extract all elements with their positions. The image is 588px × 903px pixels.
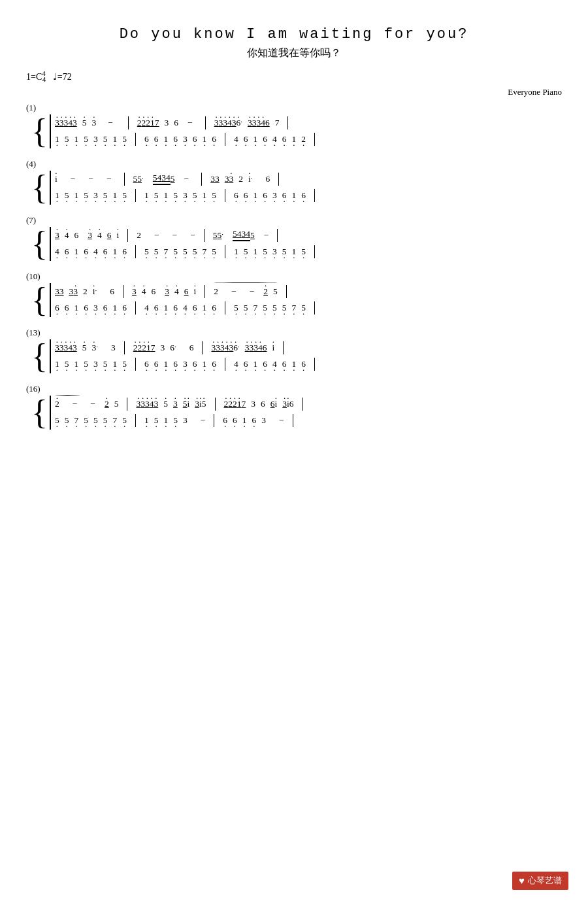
treble-row-1: 33343 5 3 − 22217 3: [55, 114, 562, 131]
section-number-7: (7): [26, 215, 562, 226]
logo-text: 心琴艺谱: [528, 875, 562, 887]
bass-row-7: 4 6 1 6 4 6 1 6 5 5 7: [55, 243, 562, 260]
bass-row-10: 6 6 1 6 3 6 1 6 4 6 1: [55, 299, 562, 316]
logo-heart-icon: ♥: [519, 876, 525, 887]
section-number-13: (13): [26, 328, 562, 338]
section-1: (1) { 33343 5 3 −: [26, 103, 562, 148]
section-13: (13) { 33343 5 3· 3: [26, 328, 562, 373]
subtitle: 你知道我在等你吗？: [26, 46, 562, 60]
section-number-4: (4): [26, 159, 562, 169]
bass-row-13: 1 5 1 5 3 5 1 5 6 6 1: [55, 356, 562, 372]
treble-row-13: 33343 5 3· 3 22217 3: [55, 339, 562, 356]
bass-row-4: 1 5 1 5 3 5 1 5 1 5 1: [55, 187, 562, 203]
logo-area: ♥ 心琴艺谱: [512, 872, 568, 890]
treble-row-10: 33 33 2 i· 6 3 4: [55, 283, 562, 299]
bass-row-16: 5 5 7 5 5 5 7 5 1 5 1: [55, 412, 562, 428]
section-number-1: (1): [26, 103, 562, 113]
bass-row-1: 1 5 1 5 3 5 1 5 6 6 1: [55, 131, 562, 147]
composer: Everyone Piano: [26, 87, 562, 97]
logo-box: ♥ 心琴艺谱: [512, 872, 568, 890]
section-16: (16) { 2 − − 2 5: [26, 384, 562, 430]
page-title: Do you know I am waiting for you?: [26, 26, 562, 43]
treble-row-16: 2 − − 2 5 33343 5: [55, 396, 562, 412]
page: Do you know I am waiting for you? 你知道我在等…: [26, 26, 562, 430]
treble-row-4: i − − − 55· 54345: [55, 171, 562, 187]
section-7: (7) { 3 4 6 3 4 6 i: [26, 215, 562, 261]
section-4: (4) { i − − −: [26, 159, 562, 205]
section-10: (10) { 33 33 2 i· 6: [26, 271, 562, 317]
section-number-10: (10): [26, 271, 562, 282]
key-signature: 1=C44 ♩=72: [26, 69, 72, 83]
treble-row-7: 3 4 6 3 4 6 i 2 −: [55, 227, 562, 243]
